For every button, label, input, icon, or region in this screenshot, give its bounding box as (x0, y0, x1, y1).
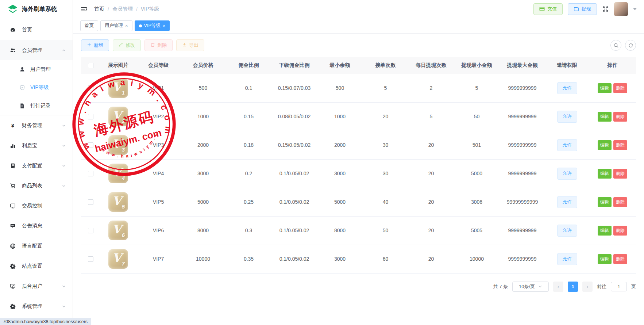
sidebar-item[interactable]: 商品列表 (0, 176, 73, 196)
invite-permission-badge[interactable]: 允许 (557, 225, 577, 237)
cell: VIP4 (136, 159, 180, 188)
vip-image-cell: V3 (100, 131, 136, 159)
delete-button[interactable]: 删除 (613, 169, 627, 179)
sidebar-item[interactable]: 公告消息 (0, 216, 73, 236)
app-root: 海外刷单系统 首页会员管理用户管理VIP等级打针记录¥财务管理利息宝支付配置商品… (0, 0, 644, 325)
user-icon (19, 66, 25, 72)
sidebar-item[interactable]: ¥财务管理 (0, 115, 73, 135)
edit-button[interactable]: 编辑 (598, 112, 612, 122)
avatar[interactable] (614, 2, 628, 16)
column-header: 提现最小金额 (454, 57, 500, 74)
sidebar-item[interactable]: 利息宝 (0, 135, 73, 156)
sidebar-item[interactable]: 首页 (0, 20, 73, 40)
page-number-button[interactable]: 1 (568, 282, 578, 292)
row-checkbox[interactable] (88, 199, 93, 205)
sidebar-item[interactable]: 交易控制 (0, 196, 73, 216)
export-button[interactable]: 导出 (176, 39, 204, 51)
sidebar-item[interactable]: 站点设置 (0, 256, 73, 276)
vip-badge-digit: 6 (122, 232, 125, 238)
actions-cell: 编辑删除 (589, 188, 636, 216)
delete-button[interactable]: 删除 (613, 197, 627, 207)
breadcrumb-item[interactable]: 会员管理 (112, 6, 133, 12)
next-page-button[interactable]: › (582, 282, 593, 292)
breadcrumb-item[interactable]: 首页 (94, 6, 104, 12)
caret-down-icon[interactable] (633, 8, 637, 10)
row-checkbox[interactable] (88, 85, 93, 91)
column-header: 佣金比例 (226, 57, 271, 74)
vip-badge-image: V5 (108, 192, 128, 212)
sidebar-group: 会员管理用户管理VIP等级打针记录 (0, 40, 73, 115)
invite-permission-badge[interactable]: 允许 (557, 111, 577, 123)
delete-selected-button[interactable]: 删除 (144, 39, 173, 51)
invite-permission-badge[interactable]: 允许 (557, 82, 577, 94)
edit-button[interactable]: 编辑 (598, 197, 612, 207)
table-row: V1VIP15000.10.15/0.07/0.0350052599999999… (81, 74, 636, 102)
close-tab-icon[interactable]: × (163, 23, 166, 28)
invite-permission-badge[interactable]: 允许 (557, 196, 577, 208)
edit-selected-button[interactable]: 修改 (113, 39, 141, 51)
vip-badge-image: V1 (108, 78, 128, 98)
sidebar-item[interactable]: 系统管理 (0, 296, 73, 316)
edit-button[interactable]: 编辑 (598, 226, 612, 236)
page-size-select[interactable]: 10条/页 (512, 282, 549, 292)
edit-button[interactable]: 编辑 (598, 140, 612, 150)
edit-button[interactable]: 编辑 (598, 83, 612, 93)
topbar-actions: 充值 提现 (533, 2, 637, 16)
delete-button[interactable]: 删除 (613, 226, 627, 236)
goto-page-input[interactable] (611, 282, 627, 291)
cell: 9999999999 (500, 74, 545, 102)
chevron-down-icon (62, 164, 66, 168)
add-button[interactable]: 新增 (81, 39, 109, 51)
row-checkbox[interactable] (88, 228, 93, 233)
sidebar-subitem-label: 打针记录 (30, 103, 51, 109)
delete-button[interactable]: 删除 (613, 254, 627, 264)
delete-button[interactable]: 删除 (613, 83, 627, 93)
fullscreen-icon[interactable] (602, 5, 609, 12)
row-checkbox[interactable] (88, 171, 93, 176)
refresh-icon[interactable] (625, 40, 636, 51)
cell: 20 (408, 159, 454, 188)
row-checkbox[interactable] (88, 256, 93, 262)
breadcrumb-item[interactable]: VIP等级 (141, 6, 159, 12)
invite-permission-badge[interactable]: 允许 (557, 168, 577, 180)
sidebar-item[interactable]: 会员管理 (0, 40, 73, 60)
pagination-total: 共 7 条 (493, 283, 508, 290)
sidebar-item[interactable]: 支付配置 (0, 156, 73, 176)
toolbar-row: 新增修改删除导出 (81, 39, 636, 51)
delete-button[interactable]: 删除 (613, 140, 627, 150)
menu-fold-icon[interactable] (80, 5, 88, 13)
edit-button[interactable]: 编辑 (598, 254, 612, 264)
sidebar-subitem-label: 用户管理 (30, 66, 51, 73)
sidebar-subitem[interactable]: 打针记录 (0, 97, 73, 115)
select-all-checkbox[interactable] (88, 63, 93, 68)
sidebar-item[interactable]: 语言配置 (0, 236, 73, 256)
cell: VIP5 (136, 188, 180, 216)
actions-cell: 编辑删除 (589, 102, 636, 131)
page-size-value: 10条/页 (519, 283, 535, 290)
recharge-button[interactable]: 充值 (533, 3, 563, 15)
tab[interactable]: 首页 (80, 20, 98, 31)
invite-permission-badge[interactable]: 允许 (557, 253, 577, 265)
delete-button[interactable]: 删除 (613, 112, 627, 122)
sidebar-submenu: 用户管理VIP等级打针记录 (0, 60, 73, 115)
search-icon[interactable] (610, 40, 621, 51)
cell: 0.15/0.07/0.03 (271, 74, 317, 102)
tab[interactable]: VIP等级× (135, 20, 170, 31)
sidebar-subitem[interactable]: VIP等级 (0, 79, 73, 97)
row-checkbox[interactable] (88, 142, 93, 148)
edit-button[interactable]: 编辑 (598, 169, 612, 179)
sidebar-item[interactable]: 后台用户 (0, 276, 73, 296)
withdraw-button[interactable]: 提现 (568, 3, 597, 15)
close-tab-icon[interactable]: × (125, 23, 128, 28)
prev-page-button[interactable]: ‹ (553, 282, 563, 292)
monitor-icon (9, 203, 16, 209)
invite-permission-badge[interactable]: 允许 (557, 139, 577, 151)
table-header: 展示图片会员等级会员价格佣金比例下级佣金比例最小余额接单次数每日提现次数提现最小… (81, 57, 636, 74)
sidebar-subitem[interactable]: 用户管理 (0, 60, 73, 79)
row-checkbox[interactable] (88, 114, 93, 119)
tab[interactable]: 用户管理× (100, 20, 132, 31)
cell: 10000 (180, 245, 226, 273)
vip-badge-digit: 1 (122, 89, 125, 96)
chevron-down-icon (62, 184, 66, 188)
cell: 500 (180, 74, 226, 102)
